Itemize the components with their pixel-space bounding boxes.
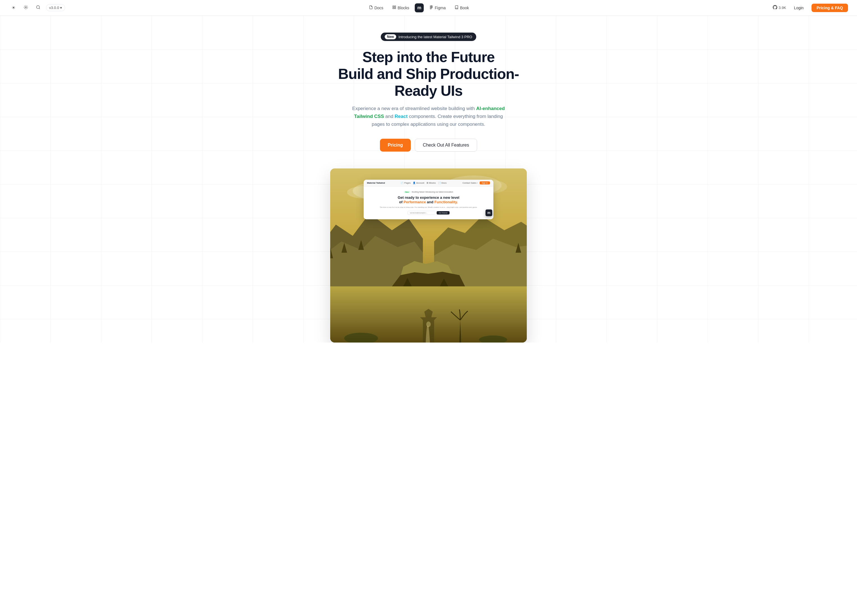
- nav-left: ☀ v3.0.0 ▾: [9, 3, 65, 12]
- navbar: ☀ v3.0.0 ▾: [0, 0, 857, 16]
- browser-badge-new: New: [404, 191, 410, 193]
- browser-bar: Material Tailwind 📄 Pages 👤 Account ⊞ Bl…: [364, 180, 493, 186]
- blocks-icon: [392, 5, 396, 10]
- hero-title-line1: Step into the Future: [362, 49, 495, 65]
- svg-rect-3: [394, 6, 396, 7]
- browser-body: New Exciting News! Introducing our lates…: [364, 186, 493, 220]
- nav-blocks-link[interactable]: Blocks: [389, 4, 413, 12]
- browser-badge-row: New Exciting News! Introducing our lates…: [368, 191, 489, 193]
- browser-nav-links: 📄 Pages 👤 Account ⊞ Blocks 📄 Docs: [401, 182, 447, 184]
- browser-nav-docs: 📄 Docs: [438, 182, 447, 184]
- cta-buttons: Pricing Check Out All Features: [380, 139, 477, 152]
- hero-desc-highlight-react: React: [394, 114, 407, 119]
- sun-icon: ☀: [11, 5, 15, 10]
- browser-nav-blocks: ⊞ Blocks: [427, 182, 436, 184]
- github-stars[interactable]: 3.9K: [773, 5, 786, 10]
- hero-desc-before: Experience a new era of streamlined webs…: [352, 106, 475, 111]
- nav-figma-link[interactable]: Figma: [426, 4, 449, 12]
- badge-text: Introducing the latest Material Tailwind…: [398, 35, 472, 39]
- landscape-scene: Material Tailwind 📄 Pages 👤 Account ⊞ Bl…: [330, 169, 527, 286]
- chevron-down-icon: ▾: [60, 6, 62, 10]
- book-icon: [455, 5, 459, 10]
- browser-contact-btn: Contact Sales ›: [463, 182, 478, 184]
- preview-window: Material Tailwind 📄 Pages 👤 Account ⊞ Bl…: [330, 169, 527, 342]
- search-button[interactable]: [34, 3, 43, 12]
- version-selector[interactable]: v3.0.0 ▾: [46, 4, 65, 11]
- pricing-button[interactable]: Pricing: [380, 139, 411, 152]
- stars-count: 3.9K: [779, 6, 786, 10]
- nav-book-label: Book: [460, 6, 469, 10]
- browser-headline: Get ready to experience a new level of P…: [368, 195, 489, 205]
- pricing-faq-button[interactable]: Pricing & FAQ: [812, 4, 848, 12]
- browser-logo-icon: m: [486, 209, 492, 216]
- browser-signin-btn[interactable]: Sign in: [480, 181, 490, 184]
- nav-docs-link[interactable]: Docs: [366, 4, 387, 12]
- browser-logo: Material Tailwind: [367, 182, 385, 184]
- nav-book-link[interactable]: Book: [451, 4, 472, 12]
- announcement-badge[interactable]: New Introducing the latest Material Tail…: [381, 33, 476, 41]
- nav-docs-label: Docs: [374, 6, 383, 10]
- github-icon: [773, 5, 777, 10]
- browser-nav-account: 👤 Account: [413, 182, 424, 184]
- features-button[interactable]: Check Out All Features: [415, 139, 477, 152]
- svg-rect-2: [393, 6, 394, 7]
- svg-point-0: [25, 7, 26, 8]
- hero-section: New Introducing the latest Material Tail…: [330, 33, 527, 342]
- hero-title: Step into the Future Build and Ship Prod…: [330, 49, 527, 99]
- hero-description: Experience a new era of streamlined webs…: [350, 105, 507, 128]
- browser-subtext: The time is now for it to be okay to bri…: [368, 206, 489, 208]
- logo-letter: m: [417, 5, 421, 10]
- nav-figma-label: Figma: [435, 6, 446, 10]
- browser-mockup: Material Tailwind 📄 Pages 👤 Account ⊞ Bl…: [364, 180, 493, 220]
- svg-rect-5: [394, 8, 396, 9]
- nav-center: Docs Blocks m Figma: [366, 3, 472, 12]
- badge-new-label: New: [385, 34, 396, 39]
- figma-icon: [429, 5, 433, 10]
- nav-logo[interactable]: m: [415, 3, 424, 12]
- nav-blocks-label: Blocks: [398, 6, 409, 10]
- login-button[interactable]: Login: [790, 4, 808, 12]
- browser-nav-pages: 📄 Pages: [401, 182, 410, 184]
- browser-email-row: Get Started m: [368, 211, 489, 215]
- browser-headline-line1: Get ready to experience a new level: [368, 195, 489, 200]
- browser-get-started-btn[interactable]: Get Started: [437, 211, 450, 215]
- search-icon: [36, 5, 40, 11]
- ai-icon: [23, 5, 28, 11]
- version-label: v3.0.0: [49, 6, 59, 10]
- docs-icon: [369, 5, 373, 10]
- nav-right: 3.9K Login Pricing & FAQ: [773, 4, 848, 12]
- theme-toggle-button[interactable]: ☀: [9, 3, 18, 12]
- bottom-landscape: [330, 286, 527, 342]
- svg-rect-4: [393, 8, 394, 9]
- main-content: New Introducing the latest Material Tail…: [0, 16, 857, 342]
- svg-point-1: [37, 6, 40, 9]
- ai-button[interactable]: [21, 3, 30, 12]
- svg-point-14: [426, 322, 431, 327]
- browser-badge-text: Exciting News! Introducing our latest in…: [412, 191, 453, 193]
- browser-email-input[interactable]: [407, 211, 436, 215]
- hero-title-line2: Build and Ship Production-Ready UIs: [338, 66, 519, 99]
- browser-headline-line2: of Performance and Functionality.: [368, 200, 489, 205]
